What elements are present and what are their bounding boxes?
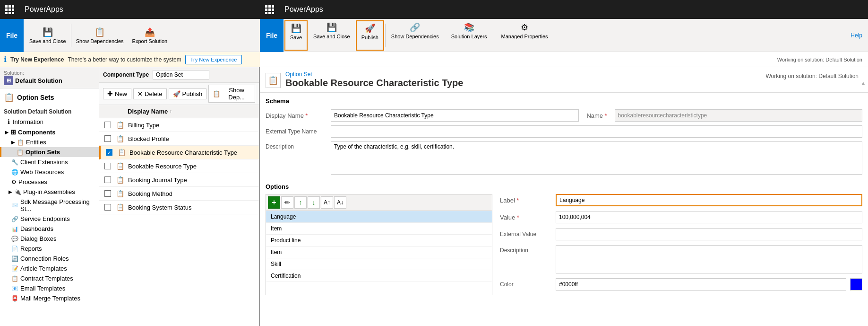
left-show-deps-button[interactable]: 📋 Show Dependencies — [72, 25, 128, 46]
table-header: Display Name ↑ — [99, 105, 259, 118]
table-row[interactable]: 📋 Bookable Resource Type — [99, 159, 259, 173]
right-ribbon: File 💾 Save 💾 Save and Close 🚀 Publish 🔗… — [260, 19, 868, 52]
edit-option-button[interactable]: ✏ — [281, 196, 293, 209]
component-type-input[interactable] — [153, 70, 209, 79]
option-description-textarea[interactable] — [556, 245, 862, 273]
sidebar-item-processes[interactable]: ⚙ Processes — [0, 177, 99, 187]
option-value-row: Value * — [500, 211, 862, 223]
display-name-header[interactable]: Display Name ↑ — [128, 108, 255, 115]
row-checkbox[interactable] — [104, 176, 111, 183]
display-name-row: Display Name * Name * — [266, 109, 862, 122]
option-item[interactable]: Product line — [266, 235, 492, 247]
table-row[interactable]: 📋 Booking Method — [99, 187, 259, 201]
new-button[interactable]: ✚ New — [103, 88, 131, 99]
row-checkbox[interactable] — [104, 190, 111, 197]
scroll-indicator[interactable]: ▲ — [860, 80, 866, 87]
value-required-star: * — [517, 214, 519, 221]
sidebar-item-plugin-assemblies[interactable]: ▶ 🔌 Plug-in Assemblies — [0, 187, 99, 197]
display-name-required-star: * — [305, 112, 308, 119]
entities-icon: 📋 — [17, 139, 24, 146]
sidebar-item-information[interactable]: ℹ Information — [0, 117, 99, 127]
table-row[interactable]: 📋 Booking Journal Type — [99, 173, 259, 187]
row-type-icon: 📋 — [116, 203, 124, 211]
sidebar-item-option-sets[interactable]: 📋 Option Sets — [0, 147, 99, 157]
sort-desc-button[interactable]: A↓ — [334, 196, 346, 209]
table-row[interactable]: 📋 Blocked Profile — [99, 132, 259, 146]
schema-section: Schema Display Name * Name * — [260, 93, 868, 183]
row-checkbox[interactable] — [104, 135, 111, 142]
sidebar-item-components[interactable]: ▶ ⊞ Components — [0, 127, 99, 137]
option-detail-area: Label * Value * — [500, 194, 862, 295]
option-ext-value-input[interactable] — [556, 228, 862, 240]
solution-default-label: Solution Default Solution — [0, 106, 99, 117]
option-sets-section-icon: 📋 — [4, 92, 14, 103]
add-option-button[interactable]: + — [268, 196, 280, 209]
waffle-icon-right[interactable] — [260, 0, 279, 19]
managed-props-button[interactable]: ⚙ Managed Properties — [495, 20, 555, 51]
sidebar-item-dashboards[interactable]: 📊 Dashboards — [0, 224, 99, 234]
sidebar-item-client-ext[interactable]: 🔧 Client Extensions — [0, 157, 99, 167]
right-app-title: PowerApps — [279, 5, 329, 14]
option-item[interactable]: Item — [266, 247, 492, 258]
sidebar-item-article-templates[interactable]: 📝 Article Templates — [0, 264, 99, 273]
detail-header-text: Option Set Bookable Resource Characteris… — [285, 71, 463, 88]
name-input[interactable] — [615, 109, 863, 122]
sidebar-section: 📋 Option Sets — [0, 88, 99, 106]
color-swatch[interactable] — [850, 278, 862, 291]
sidebar-item-web-resources[interactable]: 🌐 Web Resources — [0, 167, 99, 177]
move-down-button[interactable]: ↓ — [308, 196, 320, 209]
option-label-input[interactable] — [556, 194, 862, 206]
left-save-close-button[interactable]: 💾 Save and Close — [26, 25, 70, 46]
sort-asc-button[interactable]: A↑ — [321, 196, 333, 209]
sidebar-item-entities[interactable]: ▶ 📋 Entities — [0, 137, 99, 147]
option-item[interactable]: Skill — [266, 258, 492, 270]
display-name-input[interactable] — [331, 109, 579, 122]
row-checkbox-checked[interactable]: ✓ — [106, 149, 112, 156]
sidebar-item-email-templates[interactable]: 📧 Email Templates — [0, 283, 99, 293]
sidebar-item-reports[interactable]: 📄 Reports — [0, 244, 99, 254]
option-item[interactable]: Item — [266, 223, 492, 235]
option-item-selected[interactable]: Language — [266, 211, 492, 223]
option-color-input[interactable] — [556, 278, 846, 291]
right-show-deps-button[interactable]: 🔗 Show Dependencies — [387, 20, 444, 51]
ext-type-name-input[interactable] — [331, 125, 862, 138]
table-row[interactable]: 📋 Booking System Status — [99, 201, 259, 214]
sidebar-item-sdk-message[interactable]: 📨 Sdk Message Processing St... — [0, 197, 99, 214]
option-value-input[interactable] — [556, 211, 862, 223]
option-ext-value-row: External Value — [500, 228, 862, 240]
sidebar-item-mail-merge[interactable]: 📮 Mail Merge Templates — [0, 293, 99, 303]
sidebar-item-dialog-boxes[interactable]: 💬 Dialog Boxes — [0, 234, 99, 244]
table-row[interactable]: 📋 Billing Type — [99, 118, 259, 132]
left-export-button[interactable]: 📤 Export Solution — [129, 25, 172, 46]
sidebar-item-connection-roles[interactable]: 🔄 Connection Roles — [0, 254, 99, 264]
article-templates-icon: 📝 — [11, 265, 18, 272]
move-up-button[interactable]: ↑ — [294, 196, 307, 209]
left-file-button[interactable]: File — [0, 19, 24, 52]
row-checkbox[interactable] — [104, 163, 111, 169]
row-checkbox[interactable] — [104, 122, 111, 128]
right-file-button[interactable]: File — [260, 19, 284, 52]
help-button[interactable]: Help — [845, 30, 868, 41]
components-icon: ⊞ — [10, 128, 16, 136]
plugin-arrow-icon: ▶ — [9, 189, 12, 194]
waffle-icon-left[interactable] — [0, 0, 19, 19]
info-nav-icon: ℹ — [8, 118, 10, 125]
table-row-selected[interactable]: ✓ 📋 Bookable Resource Characteristic Typ… — [99, 146, 259, 159]
description-textarea[interactable]: Type of the characteristic, e.g. skill, … — [331, 141, 862, 175]
save-button[interactable]: 💾 Save — [284, 20, 308, 51]
center-show-deps-button[interactable]: 📋 Show Dep... — [208, 85, 255, 103]
try-new-experience-button[interactable]: Try New Experience — [185, 55, 242, 64]
row-type-icon: 📋 — [116, 176, 124, 184]
right-save-close-button[interactable]: 💾 Save and Close — [309, 20, 355, 51]
center-publish-button[interactable]: 🚀 Publish — [169, 88, 207, 99]
sidebar-item-service-endpoints[interactable]: 🔗 Service Endpoints — [0, 214, 99, 224]
delete-button[interactable]: ✕ Delete — [133, 88, 167, 99]
row-type-icon: 📋 — [116, 135, 124, 142]
component-type-label: Component Type — [103, 71, 149, 78]
right-info-bar: Working on solution: Default Solution — [260, 52, 868, 67]
row-checkbox[interactable] — [104, 204, 111, 211]
sidebar-item-contract-templates[interactable]: 📋 Contract Templates — [0, 273, 99, 283]
option-item[interactable]: Certification — [266, 270, 492, 282]
solution-layers-button[interactable]: 📚 Solution Layers — [445, 20, 494, 51]
right-publish-button[interactable]: 🚀 Publish — [356, 20, 384, 51]
